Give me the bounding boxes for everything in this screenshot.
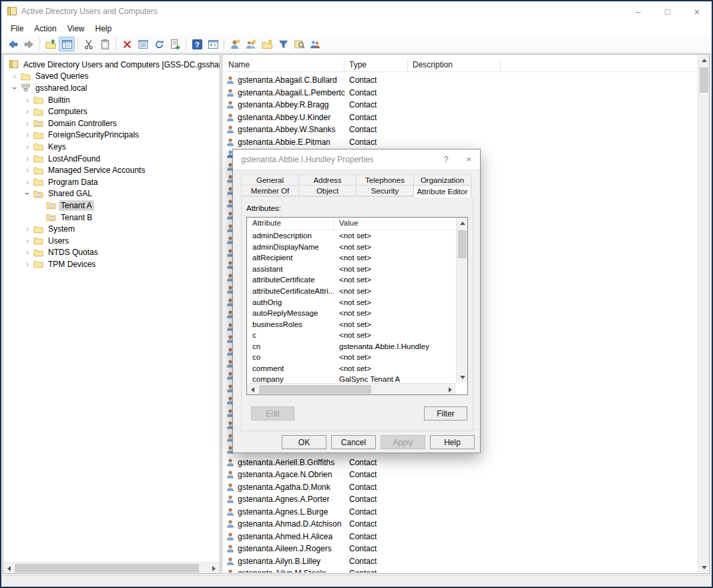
list-row-gstenanta-abagail-c-bullard[interactable]: gstenanta.Abagail.C.BullardContact (222, 74, 698, 86)
attribute-row-comment[interactable]: comment<not set> (247, 363, 456, 374)
tree-item-domain-controllers[interactable]: ›Domain Controllers (3, 117, 220, 129)
attribute-row-attributecertificate[interactable]: attributeCertificate<not set> (247, 274, 456, 286)
dialog-close-button[interactable]: × (457, 150, 480, 169)
filter-button[interactable]: Filter (424, 406, 467, 420)
list-vertical-scrollbar[interactable] (698, 55, 709, 573)
tree-item-active-directory-users-and-computers-gss[interactable]: Active Directory Users and Computers [GS… (3, 59, 220, 71)
attribute-row-cn[interactable]: cngstenanta.Abbie.I.Hundley (247, 340, 456, 352)
up-one-level-icon[interactable] (43, 37, 59, 51)
tab-attribute-editor[interactable]: Attribute Editor (413, 185, 471, 198)
attr-column-value[interactable]: Value (334, 218, 456, 230)
tree-item-lostandfound[interactable]: ›LostAndFound (3, 153, 220, 165)
add-to-group-icon[interactable] (307, 37, 323, 51)
help-button[interactable]: Help (430, 435, 475, 449)
attribute-row-company[interactable]: companyGalSync Tenant A (247, 374, 456, 383)
scroll-down-icon[interactable] (457, 372, 468, 383)
attr-column-attribute[interactable]: Attribute (247, 218, 334, 230)
new-group-icon[interactable] (243, 37, 259, 51)
chevron-collapsed-icon[interactable]: › (23, 225, 32, 233)
scroll-up-icon[interactable] (457, 218, 468, 229)
scrollbar-thumb[interactable] (700, 67, 708, 93)
chevron-collapsed-icon[interactable]: › (23, 119, 32, 127)
tree-item-foreignsecurityprincipals[interactable]: ›ForeignSecurityPrincipals (3, 129, 220, 141)
tree-item-managed-service-accounts[interactable]: ›Managed Service Accounts (3, 164, 220, 176)
minimize-button[interactable]: – (624, 1, 653, 21)
scrollbar-thumb[interactable] (259, 385, 371, 394)
list-row-gstenanta-ailyn-b-lilley[interactable]: gstenanta.Ailyn.B.LilleyContact (222, 555, 698, 567)
column-header-description[interactable]: Description (408, 59, 501, 72)
forward-icon[interactable] (21, 37, 37, 51)
list-row-gstenanta-abbey-u-kinder[interactable]: gstenanta.Abbey.U.KinderContact (222, 111, 698, 123)
scroll-right-icon[interactable] (208, 563, 220, 574)
tab-general[interactable]: General (241, 174, 299, 186)
menu-action[interactable]: Action (29, 23, 61, 35)
tree-item-tpm-devices[interactable]: ›TPM Devices (3, 258, 220, 270)
list-row-gstenanta-ahmad-d-atchison[interactable]: gstenanta.Ahmad.D.AtchisonContact (222, 518, 698, 530)
scroll-right-icon[interactable] (445, 384, 456, 395)
scrollbar-thumb[interactable] (15, 564, 199, 573)
help-icon[interactable]: ? (189, 37, 205, 51)
tab-telephones[interactable]: Telephones (356, 174, 414, 186)
delete-icon[interactable] (119, 37, 135, 51)
attribute-row-businessroles[interactable]: businessRoles<not set> (247, 318, 456, 330)
menu-help[interactable]: Help (90, 23, 117, 35)
tab-member-of[interactable]: Member Of (241, 185, 299, 196)
attribute-row-autoreplymessage[interactable]: autoReplyMessage<not set> (247, 308, 456, 319)
new-user-icon[interactable] (227, 37, 243, 51)
scroll-down-icon[interactable] (698, 562, 710, 573)
find-icon[interactable] (291, 37, 307, 51)
chevron-collapsed-icon[interactable]: › (23, 131, 32, 139)
scroll-up-icon[interactable] (698, 55, 710, 66)
attribute-row-c[interactable]: c<not set> (247, 330, 456, 341)
cancel-button[interactable]: Cancel (331, 435, 376, 449)
chevron-collapsed-icon[interactable]: › (23, 155, 32, 163)
column-header-type[interactable]: Type (344, 59, 408, 72)
chevron-collapsed-icon[interactable]: › (23, 96, 32, 104)
menu-view[interactable]: View (62, 23, 90, 35)
list-row-gstenanta-agatha-d-monk[interactable]: gstenanta.Agatha.D.MonkContact (222, 481, 698, 493)
attribute-row-altrecipient[interactable]: altRecipient<not set> (247, 252, 456, 264)
tree-item-system[interactable]: ›System (3, 223, 220, 235)
chevron-collapsed-icon[interactable]: › (23, 248, 32, 256)
chevron-expanded-icon[interactable]: › (23, 189, 31, 198)
tree-item-builtin[interactable]: ›Builtin (3, 94, 220, 106)
tab-organization[interactable]: Organization (413, 174, 471, 186)
attribute-vertical-scrollbar[interactable] (456, 218, 467, 383)
chevron-expanded-icon[interactable]: › (11, 83, 19, 93)
chevron-collapsed-icon[interactable]: › (23, 143, 32, 151)
column-header-name[interactable]: Name (222, 59, 344, 72)
chevron-collapsed-icon[interactable]: › (23, 178, 32, 186)
cut-icon[interactable] (81, 37, 97, 51)
tree-item-saved-queries[interactable]: ›Saved Queries (3, 71, 220, 83)
list-row-gstenanta-agnes-a-porter[interactable]: gstenanta.Agnes.A.PorterContact (222, 493, 698, 505)
tree-item-gsshared-local[interactable]: ›gsshared.local (3, 82, 220, 94)
attribute-row-admindescription[interactable]: adminDescription<not set> (247, 230, 456, 242)
apply-button[interactable]: Apply (381, 435, 425, 449)
close-button[interactable]: × (682, 1, 712, 21)
paste-icon[interactable] (97, 37, 113, 51)
new-ou-icon[interactable] (259, 37, 275, 51)
list-row-gstenanta-ailyn-m-steele[interactable]: gstenanta.Ailyn.M.SteeleContact (222, 567, 698, 573)
attribute-row-admindisplayname[interactable]: adminDisplayName<not set> (247, 242, 456, 253)
tab-object[interactable]: Object (298, 185, 356, 196)
list-row-gstenanta-agace-n-obrien[interactable]: gstenanta.Agace.N.ObrienContact (222, 469, 698, 481)
list-row-gstenanta-ahmed-h-alicea[interactable]: gstenanta.Ahmed.H.AliceaContact (222, 530, 698, 542)
chevron-collapsed-icon[interactable]: › (23, 107, 32, 115)
tree-item-users[interactable]: ›Users (3, 235, 220, 247)
chevron-collapsed-icon[interactable]: › (23, 260, 32, 268)
chevron-collapsed-icon[interactable]: › (23, 166, 32, 174)
list-row-gstenanta-abagail-l-pemberton[interactable]: gstenanta.Abagail.L.PembertonContact (222, 86, 698, 98)
attribute-row-attributecertificateattri[interactable]: attributeCertificateAttri...<not set> (247, 286, 456, 297)
tree-item-program-data[interactable]: ›Program Data (3, 176, 220, 188)
list-row-gstenanta-abbie-e-pitman[interactable]: gstenanta.Abbie.E.PitmanContact (222, 135, 698, 148)
attribute-row-co[interactable]: co<not set> (247, 352, 456, 363)
chevron-collapsed-icon[interactable]: › (10, 72, 19, 80)
attribute-row-assistant[interactable]: assistant<not set> (247, 264, 456, 275)
list-row-gstenanta-aeriell-b-griffiths[interactable]: gstenanta.Aeriell.B.GriffithsContact (222, 457, 698, 469)
list-row-gstenanta-abbey-r-bragg[interactable]: gstenanta.Abbey.R.BraggContact (222, 99, 698, 111)
back-icon[interactable] (5, 37, 21, 51)
list-row-gstenanta-abbey-w-shanks[interactable]: gstenanta.Abbey.W.ShanksContact (222, 123, 698, 135)
properties-icon[interactable] (135, 37, 151, 51)
console-window-icon[interactable] (205, 37, 221, 51)
dialog-help-button[interactable]: ? (435, 150, 457, 169)
